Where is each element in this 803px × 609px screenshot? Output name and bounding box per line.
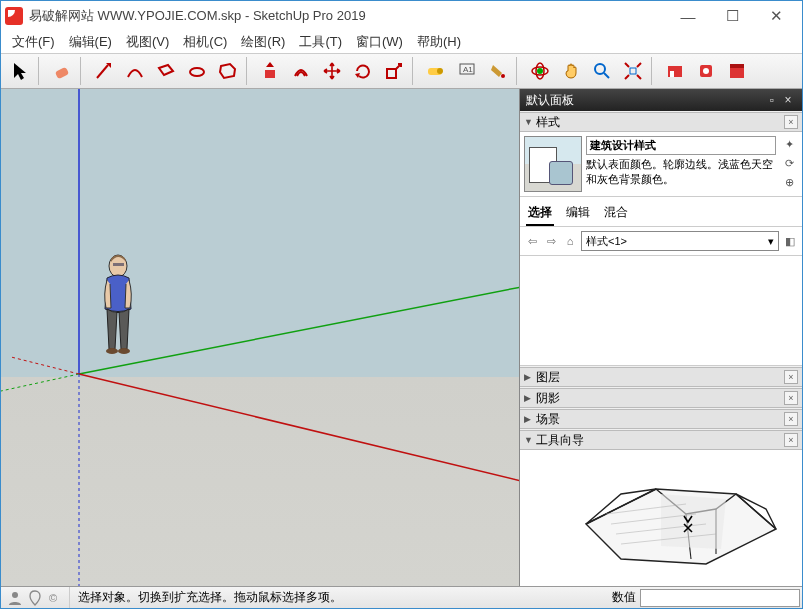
arc-tool[interactable] — [120, 56, 150, 86]
scale-tool[interactable] — [379, 56, 409, 86]
polygon-tool[interactable] — [213, 56, 243, 86]
tab-mix[interactable]: 混合 — [602, 201, 630, 226]
menu-window[interactable]: 窗口(W) — [349, 31, 410, 53]
orbit-tool[interactable] — [525, 56, 555, 86]
sketchup-app-icon — [5, 7, 23, 25]
extension-tool[interactable] — [691, 56, 721, 86]
tab-select[interactable]: 选择 — [526, 201, 554, 226]
nav-back-icon[interactable]: ⇦ — [524, 233, 540, 249]
offset-tool[interactable] — [286, 56, 316, 86]
measurement-label: 数值 — [608, 589, 640, 606]
panel-styles-label: 样式 — [536, 114, 784, 131]
main-toolbar: A1 — [1, 53, 802, 89]
svg-rect-25 — [113, 263, 124, 266]
toolbar-separator — [38, 57, 44, 85]
status-credit-icon[interactable]: © — [47, 590, 63, 606]
svg-rect-4 — [265, 70, 275, 78]
svg-point-12 — [501, 74, 505, 78]
style-display-icon[interactable]: ✦ — [781, 136, 797, 152]
panel-close-icon[interactable]: × — [784, 433, 798, 447]
circle-tool[interactable] — [182, 56, 212, 86]
zoom-extents-tool[interactable] — [618, 56, 648, 86]
menu-file[interactable]: 文件(F) — [5, 31, 62, 53]
measurement-input[interactable] — [640, 589, 800, 607]
panel-close-icon[interactable]: × — [784, 115, 798, 129]
minimize-button[interactable]: — — [666, 2, 710, 30]
status-bar: © 选择对象。切换到扩充选择。拖动鼠标选择多项。 数值 — [1, 586, 802, 608]
panel-shadows-header[interactable]: ▶ 阴影 × — [520, 388, 802, 408]
style-update-icon[interactable]: ⟳ — [781, 155, 797, 171]
model-viewport[interactable] — [1, 89, 520, 586]
svg-rect-1 — [55, 67, 69, 79]
svg-point-27 — [118, 348, 130, 354]
pin-icon[interactable]: ▫ — [764, 93, 780, 107]
instructor-illustration — [566, 454, 796, 584]
close-tray-icon[interactable]: × — [780, 93, 796, 107]
tape-tool[interactable] — [421, 56, 451, 86]
style-new-icon[interactable]: ⊕ — [781, 174, 797, 190]
style-thumbnail[interactable] — [524, 136, 582, 192]
styles-tabs: 选择 编辑 混合 — [520, 197, 802, 227]
menu-camera[interactable]: 相机(C) — [176, 31, 234, 53]
svg-point-21 — [703, 68, 709, 74]
styles-list-area[interactable] — [520, 256, 802, 366]
pan-tool[interactable] — [556, 56, 586, 86]
collapse-arrow-icon: ▼ — [524, 435, 536, 445]
tray-title-bar[interactable]: 默认面板 ▫ × — [520, 89, 802, 111]
panel-layers-label: 图层 — [536, 369, 784, 386]
rotate-tool[interactable] — [348, 56, 378, 86]
menu-draw[interactable]: 绘图(R) — [234, 31, 292, 53]
status-geo-icon[interactable] — [27, 590, 43, 606]
details-icon[interactable]: ◧ — [782, 233, 798, 249]
select-tool[interactable] — [5, 56, 35, 86]
layout-tool[interactable] — [722, 56, 752, 86]
style-description: 默认表面颜色。轮廓边线。浅蓝色天空和灰色背景颜色。 — [586, 157, 776, 187]
panel-styles-header[interactable]: ▼ 样式 × — [520, 112, 802, 132]
panel-close-icon[interactable]: × — [784, 370, 798, 384]
toolbar-separator — [516, 57, 522, 85]
menu-help[interactable]: 帮助(H) — [410, 31, 468, 53]
svg-point-3 — [190, 68, 204, 76]
maximize-button[interactable]: ☐ — [710, 2, 754, 30]
style-name-field[interactable]: 建筑设计样式 — [586, 136, 776, 155]
text-tool[interactable]: A1 — [452, 56, 482, 86]
toolbar-separator — [412, 57, 418, 85]
pushpull-tool[interactable] — [255, 56, 285, 86]
svg-rect-19 — [670, 71, 674, 77]
menu-tools[interactable]: 工具(T) — [292, 31, 349, 53]
svg-marker-5 — [266, 62, 274, 67]
eraser-tool[interactable] — [47, 56, 77, 86]
style-info: 建筑设计样式 默认表面颜色。轮廓边线。浅蓝色天空和灰色背景颜色。 — [586, 136, 776, 192]
line-tool[interactable] — [89, 56, 119, 86]
toolbar-separator — [246, 57, 252, 85]
style-collection-select[interactable]: 样式<1> ▾ — [581, 231, 779, 251]
svg-marker-31 — [661, 494, 726, 549]
home-icon[interactable]: ⌂ — [562, 233, 578, 249]
menu-view[interactable]: 视图(V) — [119, 31, 176, 53]
svg-point-9 — [437, 68, 443, 74]
menu-edit[interactable]: 编辑(E) — [62, 31, 119, 53]
panel-scenes-header[interactable]: ▶ 场景 × — [520, 409, 802, 429]
rectangle-tool[interactable] — [151, 56, 181, 86]
paint-tool[interactable] — [483, 56, 513, 86]
title-bar: 易破解网站 WWW.YPOJIE.COM.skp - SketchUp Pro … — [1, 1, 802, 31]
tray-title: 默认面板 — [526, 92, 574, 109]
close-button[interactable]: ✕ — [754, 2, 798, 30]
tab-edit[interactable]: 编辑 — [564, 201, 592, 226]
collapse-arrow-icon: ▼ — [524, 117, 536, 127]
menu-bar: 文件(F) 编辑(E) 视图(V) 相机(C) 绘图(R) 工具(T) 窗口(W… — [1, 31, 802, 53]
panel-instructor-header[interactable]: ▼ 工具向导 × — [520, 430, 802, 450]
nav-fwd-icon[interactable]: ⇨ — [543, 233, 559, 249]
move-tool[interactable] — [317, 56, 347, 86]
styles-summary: 建筑设计样式 默认表面颜色。轮廓边线。浅蓝色天空和灰色背景颜色。 ✦ ⟳ ⊕ — [520, 132, 802, 197]
expand-arrow-icon: ▶ — [524, 414, 536, 424]
svg-point-26 — [106, 348, 118, 354]
panel-close-icon[interactable]: × — [784, 391, 798, 405]
svg-point-16 — [595, 64, 605, 74]
panel-layers-header[interactable]: ▶ 图层 × — [520, 367, 802, 387]
expand-arrow-icon: ▶ — [524, 393, 536, 403]
panel-close-icon[interactable]: × — [784, 412, 798, 426]
status-user-icon[interactable] — [7, 590, 23, 606]
warehouse-tool[interactable] — [660, 56, 690, 86]
zoom-tool[interactable] — [587, 56, 617, 86]
